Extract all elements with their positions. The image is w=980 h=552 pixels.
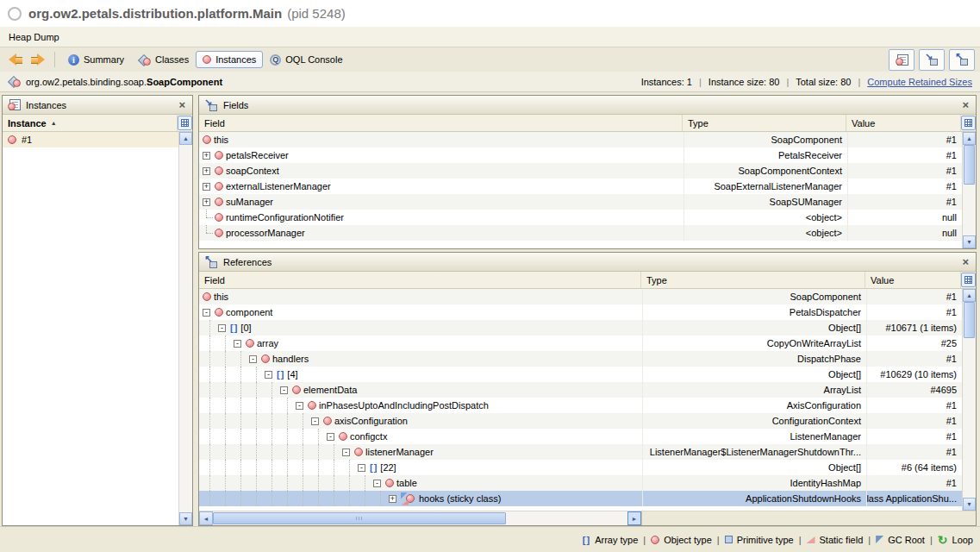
references-horizontal-scrollbar[interactable]: [199, 511, 641, 525]
fields-view-toggle-button[interactable]: [919, 49, 945, 71]
tree-expander[interactable]: [203, 304, 215, 320]
reference-row[interactable]: listenerManagerListenerManager$ListenerM…: [199, 444, 962, 460]
back-button[interactable]: [8, 53, 24, 66]
instance-row[interactable]: #1: [3, 132, 178, 147]
tree-indent-guide: [342, 491, 358, 506]
tree-indent-guide: [203, 320, 218, 336]
tree-expander[interactable]: [203, 194, 215, 210]
field-name: this: [214, 135, 228, 145]
scroll-track[interactable]: [179, 145, 192, 512]
field-value: #1: [866, 304, 962, 320]
field-row[interactable]: processorManager<object>null: [199, 225, 962, 241]
tree-expander[interactable]: [218, 320, 230, 336]
column-type[interactable]: Type: [641, 272, 865, 288]
summary-button[interactable]: Summary: [61, 51, 131, 69]
table-options-button[interactable]: [961, 273, 976, 287]
reference-row[interactable]: [22]Object[]#6 (64 items): [199, 460, 962, 475]
tree-expander[interactable]: [373, 475, 385, 491]
reference-row[interactable]: elementDataArrayList#4695: [199, 382, 962, 398]
close-icon[interactable]: [960, 256, 971, 267]
references-vertical-scrollbar[interactable]: [962, 289, 976, 511]
reference-row[interactable]: handlersDispatchPhase#1: [199, 351, 962, 367]
tree-expander[interactable]: [296, 398, 308, 413]
reference-row[interactable]: hooks (sticky class)ApplicationShutdownH…: [199, 491, 962, 506]
scroll-down-button[interactable]: [963, 235, 976, 248]
field-value: #10629 (10 items): [866, 367, 962, 382]
table-options-button[interactable]: [178, 116, 192, 130]
column-field[interactable]: Field: [199, 115, 683, 131]
instances-vertical-scrollbar[interactable]: [178, 132, 192, 525]
oql-console-button[interactable]: OQL Console: [263, 51, 349, 69]
scroll-track[interactable]: [963, 338, 976, 498]
tree-expander[interactable]: [389, 491, 401, 506]
close-icon[interactable]: [960, 99, 971, 110]
tree-expander[interactable]: [203, 179, 215, 194]
tree-expander[interactable]: [265, 367, 277, 382]
field-row[interactable]: suManagerSoapSUManager#1: [199, 194, 962, 210]
column-field[interactable]: Field: [199, 272, 641, 288]
scroll-up-button[interactable]: [963, 132, 976, 145]
grid-icon: [181, 119, 189, 127]
tree-expander[interactable]: [327, 429, 339, 444]
tree-expander[interactable]: [358, 460, 370, 475]
instances-button[interactable]: Instances: [196, 51, 263, 68]
field-type: SoapSUManager: [684, 194, 847, 210]
scroll-up-button[interactable]: [963, 289, 976, 302]
field-row[interactable]: soapContextSoapComponentContext#1: [199, 163, 962, 179]
tree-expander[interactable]: [203, 163, 215, 179]
tree-expander[interactable]: [342, 444, 354, 460]
field-row[interactable]: externalListenerManagerSoapExternalListe…: [199, 179, 962, 194]
tree-expander[interactable]: [280, 382, 292, 398]
column-value[interactable]: Value: [846, 115, 961, 131]
references-view-toggle-button[interactable]: [949, 49, 975, 71]
tree-field-cell: processorManager: [199, 225, 684, 241]
scroll-thumb[interactable]: [213, 512, 506, 524]
field-value: #1: [866, 429, 962, 444]
tree-expander[interactable]: [203, 147, 215, 163]
field-row[interactable]: runtimeConfigurationNotifier<object>null: [199, 210, 962, 225]
object-type-icon: [651, 536, 659, 544]
scroll-track[interactable]: [506, 511, 627, 525]
scroll-left-button[interactable]: [199, 511, 213, 525]
scroll-right-button[interactable]: [627, 511, 641, 525]
reference-row[interactable]: [4]Object[]#10629 (10 items): [199, 367, 962, 382]
tree-indent-guide: [327, 491, 342, 506]
reference-row[interactable]: [0]Object[]#10671 (1 items): [199, 320, 962, 336]
stat-instances: Instances: 1: [641, 77, 692, 87]
classes-button[interactable]: Classes: [131, 51, 196, 69]
tab-heap-dump[interactable]: Heap Dump: [9, 32, 59, 42]
close-icon[interactable]: [177, 99, 187, 110]
legend-item: GC Root: [876, 535, 925, 545]
table-options-button[interactable]: [961, 116, 976, 130]
scroll-up-button[interactable]: [179, 132, 192, 145]
reference-row[interactable]: inPhasesUptoAndIncludingPostDispatchAxis…: [199, 398, 962, 413]
tree-field-cell: handlers: [199, 351, 642, 367]
tree-indent-guide: [203, 475, 218, 491]
reference-row[interactable]: arrayCopyOnWriteArrayList#25: [199, 336, 962, 351]
tree-expander[interactable]: [311, 413, 323, 429]
column-value[interactable]: Value: [865, 272, 961, 288]
field-row[interactable]: thisSoapComponent#1: [199, 132, 962, 147]
compute-retained-sizes-link[interactable]: Compute Retained Sizes: [867, 77, 972, 87]
tree-expander[interactable]: [234, 336, 246, 351]
scroll-thumb[interactable]: [964, 145, 975, 185]
reference-row[interactable]: axisConfigurationConfigurationContext#1: [199, 413, 962, 429]
scroll-thumb[interactable]: [964, 302, 975, 338]
scroll-down-button[interactable]: [963, 498, 976, 511]
scroll-down-button[interactable]: [179, 512, 192, 525]
instances-view-toggle-button[interactable]: [889, 49, 914, 71]
reference-row[interactable]: configctxListenerManager#1: [199, 429, 962, 444]
column-instance[interactable]: Instance: [3, 115, 178, 131]
field-row[interactable]: petalsReceiverPetalsReceiver#1: [199, 147, 962, 163]
fields-vertical-scrollbar[interactable]: [962, 132, 976, 248]
reference-row[interactable]: tableIdentityHashMap#1: [199, 475, 962, 491]
table-options-corner: [178, 115, 192, 131]
oql-label: OQL Console: [285, 54, 342, 65]
tree-indent-guide: [280, 429, 296, 444]
column-type[interactable]: Type: [683, 115, 846, 131]
scroll-track[interactable]: [963, 185, 976, 235]
tree-expander[interactable]: [249, 351, 261, 367]
reference-row[interactable]: componentPetalsDispatcher#1: [199, 304, 962, 320]
forward-button[interactable]: [29, 53, 46, 66]
reference-row[interactable]: thisSoapComponent#1: [199, 289, 962, 304]
